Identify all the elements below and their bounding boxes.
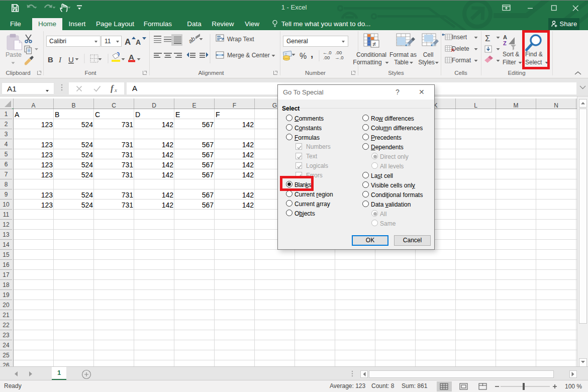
svg-text:Formatting: Formatting — [353, 59, 381, 66]
svg-text:x: x — [114, 87, 117, 93]
svg-text:100 %: 100 % — [565, 383, 582, 390]
svg-text:%: % — [300, 52, 307, 60]
svg-text:Conditional: Conditional — [356, 51, 386, 58]
svg-text:Table: Table — [394, 59, 409, 66]
svg-text:A: A — [125, 37, 131, 47]
svg-text:A: A — [129, 53, 134, 61]
svg-text:.00: .00 — [323, 55, 330, 60]
svg-text:A: A — [503, 34, 507, 40]
svg-text:B: B — [48, 55, 53, 64]
svg-text:Σ: Σ — [485, 34, 491, 43]
svg-text:A: A — [136, 38, 141, 46]
svg-text:Sort &: Sort & — [503, 51, 519, 58]
svg-text:I: I — [58, 56, 62, 64]
svg-text:Merge & Center: Merge & Center — [227, 52, 270, 59]
svg-text:Z: Z — [503, 40, 507, 46]
svg-text:Insert: Insert — [452, 34, 467, 41]
svg-text:Cell: Cell — [423, 51, 434, 58]
svg-text:Format as: Format as — [389, 51, 417, 58]
svg-text:→.0: →.0 — [335, 55, 343, 60]
svg-text:ab: ab — [187, 35, 197, 45]
svg-text:,: , — [311, 49, 313, 59]
svg-text:≠: ≠ — [372, 40, 376, 48]
svg-text:f: f — [111, 83, 115, 93]
svg-text:Delete: Delete — [452, 45, 469, 52]
svg-text:Styles: Styles — [418, 59, 435, 66]
svg-text:U: U — [68, 55, 74, 64]
svg-text:Wrap Text: Wrap Text — [227, 36, 254, 43]
svg-text:Filter: Filter — [503, 59, 516, 66]
svg-text:Format: Format — [452, 57, 471, 64]
